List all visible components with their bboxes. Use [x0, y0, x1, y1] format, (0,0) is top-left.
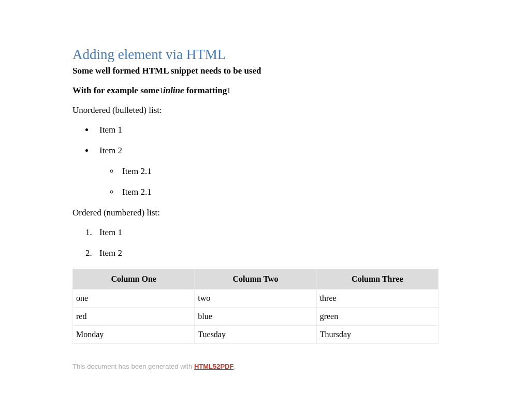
- text-segment-bold: formatting: [184, 85, 227, 95]
- table-header-row: Column One Column Two Column Three: [73, 269, 439, 289]
- list-item: Item 2: [94, 248, 439, 258]
- ordered-list: Item 1 Item 2: [94, 227, 439, 258]
- table-cell: Tuesday: [195, 326, 316, 344]
- footer-link[interactable]: HTML52PDF: [194, 363, 234, 370]
- table-cell: two: [195, 289, 316, 308]
- text-segment-suffix: 1: [227, 87, 230, 95]
- list-item-text: Item 2: [99, 146, 122, 155]
- subheading: Some well formed HTML snippet needs to b…: [72, 66, 439, 76]
- table-cell: Monday: [73, 326, 195, 344]
- table-row: red blue green: [73, 308, 439, 326]
- table-header-cell: Column Three: [316, 269, 438, 289]
- table-cell: red: [73, 308, 195, 326]
- table-cell: blue: [195, 308, 316, 326]
- unordered-list: Item 1 Item 2 Item 2.1 Item 2.1: [94, 125, 439, 197]
- list-item: Item 2.1: [119, 187, 439, 197]
- list-item: Item 1: [94, 125, 439, 135]
- footer-text: This document has been generated with HT…: [72, 363, 439, 370]
- table-cell: Thursday: [316, 326, 438, 344]
- list-item: Item 2 Item 2.1 Item 2.1: [94, 146, 439, 197]
- footer-prefix: This document has been generated with: [72, 363, 194, 370]
- list-item: Item 2.1: [119, 166, 439, 177]
- table-cell: green: [316, 308, 438, 326]
- table-cell: three: [316, 289, 438, 308]
- text-segment: With for example: [72, 85, 140, 95]
- table-row: one two three: [73, 289, 439, 308]
- text-segment-suffix: 1: [159, 87, 163, 95]
- list-item: Item 1: [94, 227, 439, 238]
- table-header-cell: Column One: [73, 269, 195, 289]
- formatted-paragraph: With for example some1inline formatting1: [72, 85, 439, 96]
- table-header-cell: Column Two: [195, 269, 316, 289]
- unordered-list-label: Unordered (bulleted) list:: [72, 105, 439, 115]
- text-segment-bold: some: [140, 85, 159, 95]
- footer-suffix: .: [233, 363, 236, 370]
- data-table: Column One Column Two Column Three one t…: [72, 269, 439, 344]
- text-segment-italic: inline: [163, 85, 184, 95]
- ordered-list-label: Ordered (numbered) list:: [72, 208, 439, 218]
- table-cell: one: [73, 289, 195, 308]
- page-title: Adding element via HTML: [72, 47, 439, 63]
- table-row: Monday Tuesday Thursday: [73, 326, 439, 344]
- unordered-sublist: Item 2.1 Item 2.1: [119, 166, 439, 197]
